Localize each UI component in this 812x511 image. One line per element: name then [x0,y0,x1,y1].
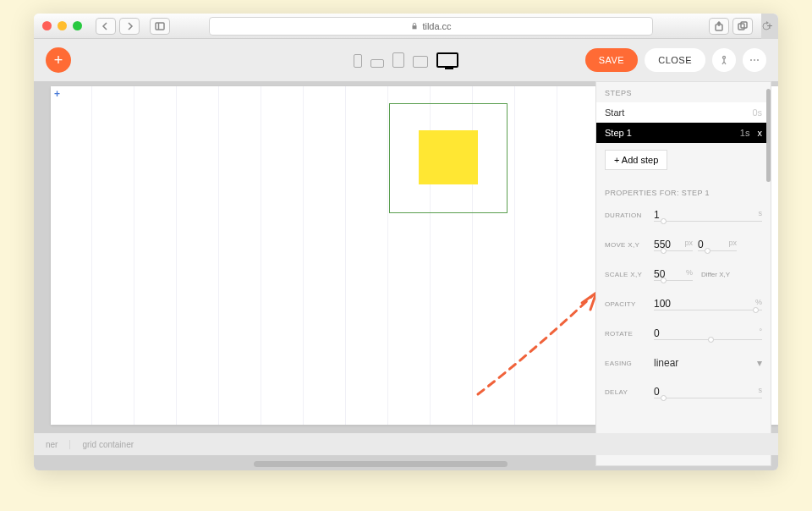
rotate-input[interactable]: 0 ° [654,327,762,340]
step-1-time: 1s [740,128,750,138]
scale-input[interactable]: 50 % [654,268,693,281]
yellow-shape[interactable] [419,130,478,184]
rotate-label: ROTATE [605,330,649,338]
address-bar[interactable]: tilda.cc [209,17,653,36]
share-button[interactable] [709,18,729,35]
scale-label: SCALE X,Y [605,271,649,278]
forward-button[interactable] [119,18,140,35]
properties-title: PROPERTIES FOR: STEP 1 [605,189,762,197]
browser-chrome: tilda.cc + [34,14,778,39]
step-start-label: Start [605,107,624,118]
window-close-icon[interactable] [42,21,52,30]
more-button[interactable]: ⋯ [743,48,766,72]
viewport-desktop-icon[interactable] [436,52,458,68]
add-block-button[interactable]: + [46,47,71,73]
delay-input[interactable]: 0 s [654,386,762,398]
chevron-down-icon: ▾ [757,357,762,369]
duration-label: DURATION [605,212,649,219]
history-button[interactable] [712,48,736,72]
viewport-selector [354,52,458,68]
lock-icon [410,22,419,30]
reload-icon[interactable] [761,21,771,31]
app-toolbar: + SAVE CLOSE ⋯ [34,39,778,81]
breadcrumb-item[interactable]: grid container [82,440,145,449]
easing-select[interactable]: linear ▾ [654,357,762,369]
breadcrumb-item[interactable]: ner [46,440,70,449]
svg-rect-0 [156,23,164,30]
horizontal-scrollbar[interactable] [254,461,508,467]
step-1-delete-icon[interactable]: x [758,128,763,138]
panel-scrollbar[interactable] [766,89,771,182]
step-1[interactable]: Step 1 1s x [596,123,771,143]
viewport-tablet-icon[interactable] [392,52,404,68]
steps-header: STEPS [596,82,771,102]
step-start-time: 0s [752,107,762,118]
window-controls [42,21,82,30]
url-text: tilda.cc [422,21,451,31]
window-maximize-icon[interactable] [73,21,82,30]
animation-panel: STEPS Start 0s Step 1 1s x + Add step PR… [595,81,771,466]
step-start[interactable]: Start 0s [596,102,771,123]
add-element-icon[interactable]: + [54,88,60,100]
step-1-label: Step 1 [605,128,632,138]
duration-input[interactable]: 1 s [654,209,762,222]
viewport-tablet-landscape-icon[interactable] [413,56,428,68]
opacity-label: OPACITY [605,300,649,308]
browser-window: tilda.cc + + SAVE CLOSE ⋯ + [34,14,778,470]
tabs-button[interactable] [732,18,753,35]
move-y-input[interactable]: 0 px [698,239,737,251]
svg-point-6 [723,57,726,59]
delay-label: DELAY [605,388,649,396]
back-button[interactable] [96,18,116,35]
viewport-phone-icon[interactable] [354,54,362,68]
app-body: + STEPS Start 0s [34,81,778,470]
move-x-input[interactable]: 550 px [654,239,693,251]
move-label: MOVE X,Y [605,241,649,249]
svg-rect-2 [413,25,417,29]
breadcrumb-bar: ner grid container [34,433,778,455]
opacity-input[interactable]: 100 % [654,298,762,310]
viewport-phone-landscape-icon[interactable] [370,59,384,68]
window-minimize-icon[interactable] [58,21,67,30]
scale-differ-button[interactable]: Differ X,Y [701,271,730,278]
sidebar-toggle-button[interactable] [150,18,170,35]
close-button[interactable]: CLOSE [645,48,705,72]
save-button[interactable]: SAVE [585,48,639,72]
easing-label: EASING [605,360,649,367]
add-step-button[interactable]: + Add step [605,150,667,170]
